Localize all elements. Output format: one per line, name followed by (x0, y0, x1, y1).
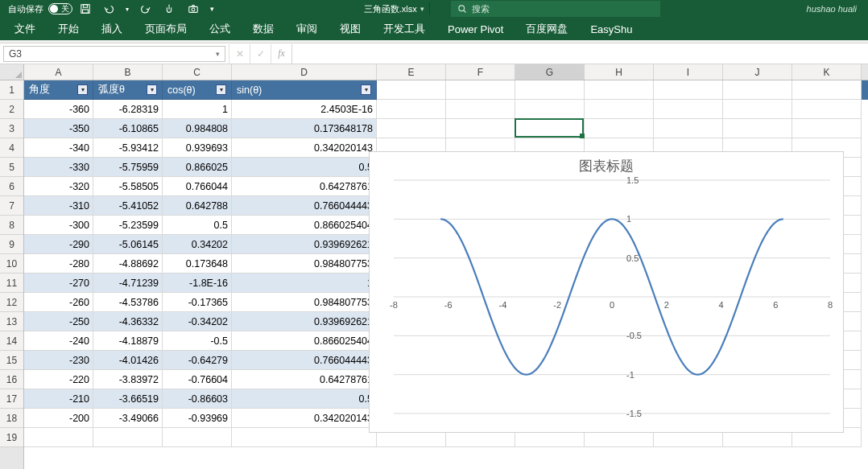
cell-C14[interactable]: -0.5 (163, 331, 232, 351)
cell-C3[interactable]: 0.984808 (163, 119, 232, 138)
cell-B17[interactable]: -3.66519 (93, 389, 163, 409)
row-header-4[interactable]: 4 (0, 138, 23, 158)
cell-D11[interactable]: 1 (232, 274, 377, 293)
row-header-9[interactable]: 9 (0, 235, 23, 254)
name-box-dropdown-icon[interactable]: ▾ (216, 50, 220, 58)
cell-C19[interactable] (163, 428, 232, 447)
cell-C9[interactable]: 0.34202 (163, 235, 232, 254)
ribbon-tab-开发工具[interactable]: 开发工具 (372, 18, 436, 40)
column-header-D[interactable]: D (232, 64, 377, 80)
ribbon-tab-开始[interactable]: 开始 (47, 18, 90, 40)
cell-C8[interactable]: 0.5 (163, 216, 232, 235)
column-header-G[interactable]: G (515, 64, 585, 80)
row-header-1[interactable]: 1 (0, 80, 23, 100)
cell-D18[interactable]: 0.342020143 (232, 409, 377, 428)
row-header-17[interactable]: 17 (0, 389, 23, 409)
fx-button[interactable]: fx (271, 44, 291, 64)
filter-dropdown-icon[interactable]: ▾ (361, 84, 371, 95)
table-header-弧度θ[interactable]: 弧度θ▾ (93, 80, 163, 100)
table-header-cos(θ)[interactable]: cos(θ)▾ (163, 80, 232, 100)
cell-K1[interactable] (792, 80, 862, 100)
cell-E2[interactable] (377, 100, 446, 119)
cell-C15[interactable]: -0.64279 (163, 351, 232, 370)
cell-D19[interactable] (232, 428, 377, 447)
cell-A15[interactable]: -230 (24, 351, 93, 370)
cell-B12[interactable]: -4.53786 (93, 293, 163, 312)
cell-C18[interactable]: -0.93969 (163, 409, 232, 428)
filter-dropdown-icon[interactable]: ▾ (77, 84, 88, 95)
ribbon-tab-公式[interactable]: 公式 (198, 18, 242, 40)
ribbon-tab-审阅[interactable]: 审阅 (285, 18, 329, 40)
cell-C12[interactable]: -0.17365 (163, 293, 232, 312)
cell-C16[interactable]: -0.76604 (163, 370, 232, 389)
cell-K3[interactable] (792, 119, 862, 138)
cell-A8[interactable]: -300 (24, 216, 93, 235)
cell-G3[interactable] (515, 119, 585, 138)
cell-E1[interactable] (377, 80, 446, 100)
cell-A18[interactable]: -200 (24, 409, 93, 428)
cell-B7[interactable]: -5.41052 (93, 196, 163, 216)
cell-C17[interactable]: -0.86603 (163, 389, 232, 409)
row-header-15[interactable]: 15 (0, 351, 23, 370)
cell-A19[interactable] (24, 428, 93, 447)
undo-icon[interactable] (98, 0, 121, 18)
row-header-3[interactable]: 3 (0, 119, 23, 138)
cell-J1[interactable] (723, 80, 792, 100)
redo-icon[interactable] (134, 0, 156, 18)
cell-D14[interactable]: 0.866025404 (232, 331, 377, 351)
cell-B9[interactable]: -5.06145 (93, 235, 163, 254)
cell-D15[interactable]: 0.766044443 (232, 351, 377, 370)
cell-B16[interactable]: -3.83972 (93, 370, 163, 389)
cell-B3[interactable]: -6.10865 (93, 119, 163, 138)
row-header-14[interactable]: 14 (0, 331, 23, 351)
cell-B13[interactable]: -4.36332 (93, 312, 163, 331)
cell-C13[interactable]: -0.34202 (163, 312, 232, 331)
cell-A17[interactable]: -210 (24, 389, 93, 409)
row-header-2[interactable]: 2 (0, 100, 23, 119)
row-header-19[interactable]: 19 (0, 428, 23, 447)
cell-C6[interactable]: 0.766044 (163, 177, 232, 196)
confirm-formula-button[interactable]: ✓ (250, 44, 271, 64)
ribbon-tab-百度网盘[interactable]: 百度网盘 (515, 18, 579, 40)
cell-B4[interactable]: -5.93412 (93, 138, 163, 158)
cell-D4[interactable]: 0.342020143 (232, 138, 377, 158)
undo-dropdown-icon[interactable]: ▾ (122, 0, 132, 18)
cell-I3[interactable] (654, 119, 723, 138)
ribbon-tab-视图[interactable]: 视图 (329, 18, 372, 40)
cell-I1[interactable] (654, 80, 723, 100)
select-all-corner[interactable] (0, 64, 24, 80)
cell-B15[interactable]: -4.01426 (93, 351, 163, 370)
table-header-sin(θ)[interactable]: sin(θ)▾ (232, 80, 377, 100)
cell-E3[interactable] (377, 119, 446, 138)
cell-C4[interactable]: 0.939693 (163, 138, 232, 158)
ribbon-tab-Power Pivot[interactable]: Power Pivot (436, 18, 515, 40)
cell-A14[interactable]: -240 (24, 331, 93, 351)
cell-D12[interactable]: 0.984807753 (232, 293, 377, 312)
cell-A3[interactable]: -350 (24, 119, 93, 138)
qat-customize-icon[interactable]: ▾ (206, 0, 217, 18)
cell-D5[interactable]: 0.5 (232, 158, 377, 177)
cell-A10[interactable]: -280 (24, 254, 93, 274)
column-header-I[interactable]: I (654, 64, 723, 80)
cell-A12[interactable]: -260 (24, 293, 93, 312)
row-header-10[interactable]: 10 (0, 254, 23, 274)
column-header-K[interactable]: K (792, 64, 862, 80)
camera-icon[interactable] (182, 0, 205, 18)
cell-A5[interactable]: -330 (24, 158, 93, 177)
filter-dropdown-icon[interactable]: ▾ (147, 84, 157, 95)
cell-D17[interactable]: 0.5 (232, 389, 377, 409)
ribbon-tab-EasyShu[interactable]: EasyShu (579, 18, 643, 40)
column-header-F[interactable]: F (446, 64, 515, 80)
column-header-B[interactable]: B (93, 64, 163, 80)
column-header-J[interactable]: J (723, 64, 792, 80)
cell-D10[interactable]: 0.984807753 (232, 254, 377, 274)
cell-D9[interactable]: 0.939692621 (232, 235, 377, 254)
search-box[interactable]: 搜索 (451, 1, 660, 17)
cell-A4[interactable]: -340 (24, 138, 93, 158)
cell-K2[interactable] (792, 100, 862, 119)
cell-A2[interactable]: -360 (24, 100, 93, 119)
cell-D8[interactable]: 0.866025404 (232, 216, 377, 235)
cell-C5[interactable]: 0.866025 (163, 158, 232, 177)
cell-F1[interactable] (446, 80, 515, 100)
cell-G2[interactable] (515, 100, 585, 119)
